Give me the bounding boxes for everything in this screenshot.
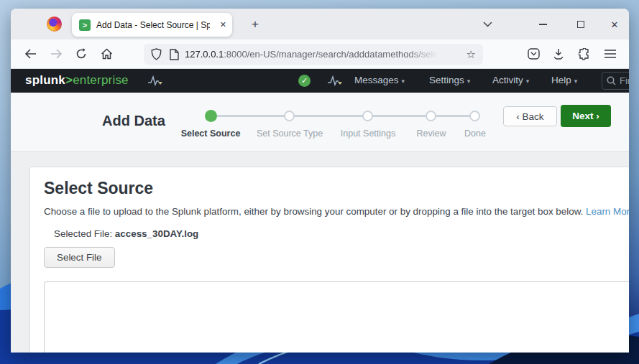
splunk-logo[interactable]: splunk>enterprise xyxy=(25,73,129,88)
nav-help-label: Help xyxy=(551,75,571,85)
url-text[interactable]: 127.0.0.1:8000/en-US/manager/search/addd… xyxy=(185,49,438,60)
file-drop-target[interactable] xyxy=(44,281,629,353)
desktop-wallpaper: > Add Data - Select Source | Splun ✕ + ✕ xyxy=(0,0,639,364)
window-minimize-button[interactable] xyxy=(532,16,553,33)
nav-settings-menu[interactable]: Settings▾ xyxy=(429,75,470,85)
selected-file-name: access_30DAY.log xyxy=(115,228,198,239)
forward-icon xyxy=(49,47,63,61)
window-close-button[interactable]: ✕ xyxy=(604,16,625,33)
step-circle-review xyxy=(426,111,436,121)
learn-more-link[interactable]: Learn More xyxy=(586,206,629,217)
content-heading: Select Source xyxy=(44,179,629,198)
extensions-icon[interactable] xyxy=(577,47,592,61)
splunk-logo-product: enterprise xyxy=(73,73,129,87)
pulse-activity-icon[interactable] xyxy=(147,75,163,86)
chevron-down-icon: ▾ xyxy=(402,78,405,85)
select-file-button[interactable]: Select File xyxy=(44,247,115,268)
url-bar[interactable]: 127.0.0.1:8000/en-US/manager/search/addd… xyxy=(144,44,483,65)
splunk-logo-brand: splunk xyxy=(25,73,65,87)
add-data-header: Add Data Select Source Set Source Type I… xyxy=(11,93,629,151)
next-button[interactable]: Next › xyxy=(561,105,611,127)
page-title: Add Data xyxy=(102,113,165,129)
nav-help-menu[interactable]: Help▾ xyxy=(551,75,577,85)
upload-description: Choose a file to upload to the Splunk pl… xyxy=(44,206,629,217)
selected-file-label: Selected File: xyxy=(54,228,115,239)
tab-list-chevron-icon[interactable] xyxy=(477,16,498,33)
back-icon[interactable] xyxy=(23,47,37,61)
chevron-down-icon: ▾ xyxy=(574,78,578,85)
menu-hamburger-icon[interactable] xyxy=(603,47,617,61)
window-maximize-button[interactable] xyxy=(570,16,592,33)
chevron-down-icon: ▾ xyxy=(526,78,530,85)
step-circle-done xyxy=(469,111,480,121)
shield-icon[interactable] xyxy=(151,48,162,60)
url-host: 127.0.0.1 xyxy=(185,49,224,60)
bookmark-star-icon[interactable]: ☆ xyxy=(466,48,476,61)
tab-close-icon[interactable]: ✕ xyxy=(220,20,226,29)
pocket-icon[interactable] xyxy=(526,47,541,61)
step-circle-select-source xyxy=(205,110,217,122)
home-icon[interactable] xyxy=(99,47,114,61)
step-label-done: Done xyxy=(428,129,522,139)
browser-tab[interactable]: > Add Data - Select Source | Splun ✕ xyxy=(72,13,232,37)
page-info-icon[interactable] xyxy=(170,49,179,60)
splunk-logo-gt: > xyxy=(65,73,73,87)
page-background: Select Source Choose a file to upload to… xyxy=(11,151,629,353)
downloads-icon[interactable] xyxy=(551,47,566,61)
search-icon xyxy=(607,76,616,85)
find-search-text: Find xyxy=(620,75,629,86)
upload-description-text: Choose a file to upload to the Splunk pl… xyxy=(44,206,586,217)
url-path: :8000/en-US/manager/search/adddatamethod… xyxy=(224,49,438,60)
tab-bar: > Add Data - Select Source | Splun ✕ + ✕ xyxy=(11,9,629,39)
new-tab-button[interactable]: + xyxy=(245,14,265,34)
nav-activity-menu[interactable]: Activity▾ xyxy=(492,75,529,85)
splunk-nav-bar: splunk>enterprise ✓ Messages▾ Settings▾ … xyxy=(11,69,629,93)
select-source-card: Select Source Choose a file to upload to… xyxy=(29,167,629,353)
firefox-icon[interactable] xyxy=(47,17,62,32)
health-check-icon[interactable]: ✓ xyxy=(298,75,311,87)
nav-messages-label: Messages xyxy=(354,75,399,85)
nav-messages-menu[interactable]: Messages▾ xyxy=(354,75,405,85)
step-circle-input-settings xyxy=(362,111,373,121)
nav-activity-label: Activity xyxy=(492,75,523,85)
browser-toolbar: 127.0.0.1:8000/en-US/manager/search/addd… xyxy=(11,39,629,69)
browser-window: > Add Data - Select Source | Splun ✕ + ✕ xyxy=(11,9,629,353)
pulse-activity-icon[interactable] xyxy=(327,75,343,86)
back-button[interactable]: ‹ Back xyxy=(503,106,557,126)
reload-icon[interactable] xyxy=(74,47,88,61)
step-circle-set-source-type xyxy=(284,111,295,121)
splunk-favicon-icon: > xyxy=(79,19,91,31)
tab-title: Add Data - Select Source | Splun xyxy=(96,20,210,30)
selected-file-line: Selected File: access_30DAY.log xyxy=(44,228,629,239)
nav-settings-label: Settings xyxy=(429,75,464,85)
find-search-input[interactable]: Find xyxy=(602,72,629,90)
chevron-down-icon: ▾ xyxy=(467,78,471,85)
